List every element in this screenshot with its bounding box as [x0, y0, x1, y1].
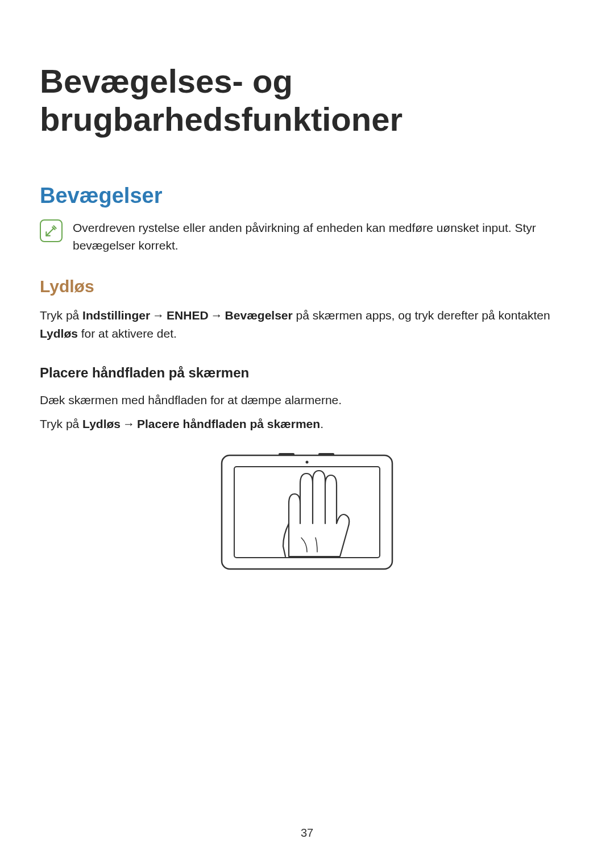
- text-bold-settings: Indstillinger: [82, 309, 150, 322]
- text-bold-motions: Bevægelser: [225, 309, 293, 322]
- palm-instruction-text: Tryk på Lydløs → Placere håndfladen på s…: [40, 415, 574, 433]
- illustration-container: [40, 450, 574, 575]
- page-number: 37: [0, 827, 614, 840]
- svg-rect-1: [279, 453, 294, 456]
- mute-instruction-text: Tryk på Indstillinger → ENHED → Bevægels…: [40, 306, 574, 342]
- section-motion-heading: Bevægelser: [40, 184, 574, 208]
- subsection-mute-heading: Lydløs: [40, 277, 574, 296]
- note-text: Overdreven rystelse eller anden påvirkni…: [73, 218, 574, 254]
- palm-description-text: Dæk skærmen med håndfladen for at dæmpe …: [40, 391, 574, 409]
- note-block: Overdreven rystelse eller anden påvirkni…: [40, 218, 574, 254]
- palm-on-tablet-illustration: [216, 450, 398, 575]
- text-fragment: Tryk på: [40, 309, 82, 322]
- arrow-icon: →: [123, 415, 135, 433]
- svg-rect-2: [318, 453, 334, 456]
- text-fragment: på skærmen apps, og tryk derefter på kon…: [293, 309, 550, 322]
- text-bold-mute: Lydløs: [82, 417, 121, 430]
- text-fragment: Tryk på: [40, 417, 82, 430]
- arrow-icon: →: [152, 306, 164, 325]
- text-bold-device: ENHED: [167, 309, 209, 322]
- text-bold-palm: Placere håndfladen på skærmen: [137, 417, 320, 430]
- text-fragment: .: [320, 417, 323, 430]
- arrow-icon: →: [211, 306, 223, 325]
- page-title: Bevægelses- og brugbarhedsfunktioner: [40, 63, 574, 138]
- note-icon: [40, 219, 63, 242]
- svg-point-3: [306, 461, 309, 464]
- subsubsection-palm-heading: Placere håndfladen på skærmen: [40, 365, 574, 381]
- text-fragment: for at aktivere det.: [78, 327, 177, 340]
- text-bold-mute: Lydløs: [40, 327, 78, 340]
- page-content: Bevægelses- og brugbarhedsfunktioner Bev…: [0, 0, 614, 575]
